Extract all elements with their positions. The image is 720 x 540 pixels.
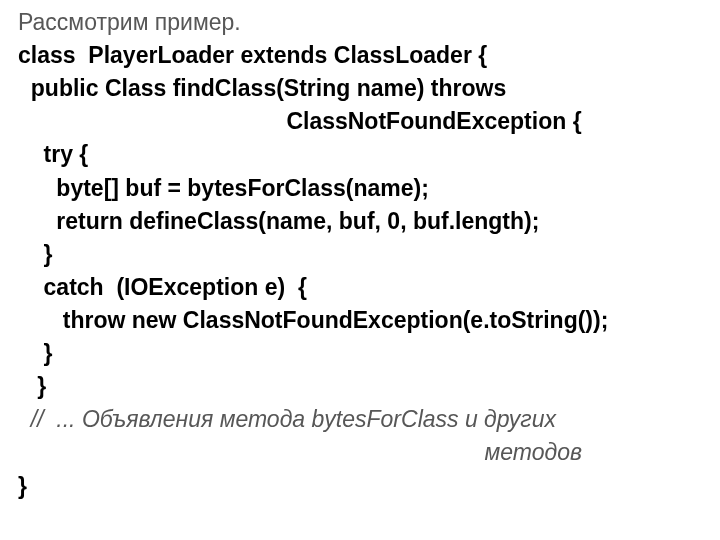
code-line-6: return defineClass(name, buf, 0, buf.len… [18,205,710,238]
code-line-1: class PlayerLoader extends ClassLoader { [18,39,710,72]
code-comment-2: методов [18,436,710,469]
code-line-3: ClassNotFoundException { [18,105,710,138]
code-line-11: } [18,370,710,403]
code-comment-1: // ... Объявления метода bytesForClass и… [18,403,710,436]
code-line-2: public Class findClass(String name) thro… [18,72,710,105]
code-line-7: } [18,238,710,271]
code-line-9: throw new ClassNotFoundException(e.toStr… [18,304,710,337]
code-line-10: } [18,337,710,370]
code-slide: Рассмотрим пример. class PlayerLoader ex… [0,0,720,513]
code-line-12: } [18,470,710,503]
code-line-4: try { [18,138,710,171]
intro-text: Рассмотрим пример. [18,6,710,39]
code-line-5: byte[] buf = bytesForClass(name); [18,172,710,205]
code-line-8: catch (IOException e) { [18,271,710,304]
